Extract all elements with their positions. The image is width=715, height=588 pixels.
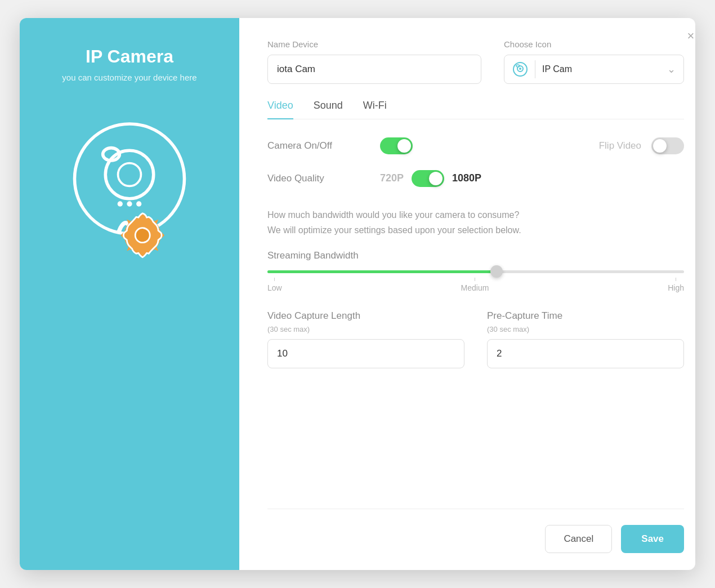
camera-on-off-label: Camera On/Off — [267, 140, 380, 152]
slider-label-low: Low — [267, 278, 282, 292]
video-quality-row: Video Quality 720P 1080P — [267, 170, 684, 187]
svg-point-5 — [127, 201, 132, 206]
bandwidth-label: Streaming Bandwidth — [267, 250, 684, 261]
pre-capture-sublabel: (30 sec max) — [487, 325, 684, 333]
tab-sound[interactable]: Sound — [314, 100, 343, 119]
bandwidth-slider-container: Low Medium High — [267, 270, 684, 292]
slider-fill — [267, 270, 497, 273]
name-device-group: Name Device — [267, 39, 481, 84]
icon-select-text: IP Cam — [542, 64, 660, 74]
chevron-down-icon: ⌄ — [667, 63, 676, 75]
camera-toggle-track — [380, 137, 413, 154]
sidebar-title: IP Camera — [86, 46, 173, 67]
sidebar-subtitle: you can customize your device here — [62, 73, 196, 82]
icon-select-divider — [535, 60, 535, 78]
slider-thumb[interactable] — [490, 265, 503, 278]
quality-toggle-thumb — [429, 172, 443, 185]
name-device-input[interactable] — [267, 55, 481, 84]
save-button[interactable]: Save — [621, 525, 684, 553]
pre-capture-group: Pre-Capture Time (30 sec max) — [487, 310, 684, 368]
flip-video-toggle[interactable] — [651, 137, 684, 154]
icon-select-dropdown[interactable]: IP Cam ⌄ — [504, 55, 684, 84]
inputs-row: Video Capture Length (30 sec max) Pre-Ca… — [267, 310, 684, 368]
bandwidth-description: How much bandwidth would you like your c… — [267, 207, 650, 238]
sidebar: IP Camera you can customize your device … — [20, 18, 239, 570]
pre-capture-input[interactable] — [487, 339, 684, 368]
tab-wifi[interactable]: Wi-Fi — [363, 100, 387, 119]
content-area: Camera On/Off Flip Video V — [267, 137, 684, 509]
slider-labels: Low Medium High — [267, 278, 684, 292]
video-quality-label: Video Quality — [267, 173, 380, 184]
top-row: Name Device Choose Icon IP Cam ⌄ — [267, 39, 684, 84]
svg-point-2 — [118, 163, 141, 186]
camera-toggle-row: Camera On/Off Flip Video — [267, 137, 684, 154]
capture-length-label: Video Capture Length — [267, 310, 464, 322]
cancel-button[interactable]: Cancel — [545, 525, 612, 553]
choose-icon-label: Choose Icon — [504, 39, 684, 49]
svg-point-20 — [519, 68, 521, 70]
name-device-label: Name Device — [267, 39, 481, 49]
camera-toggle-thumb — [397, 139, 411, 153]
slider-tick-high — [676, 278, 676, 281]
quality-toggle[interactable] — [412, 170, 444, 187]
svg-point-4 — [118, 201, 123, 206]
quality-toggle-track — [412, 170, 444, 187]
modal-container: IP Camera you can customize your device … — [20, 18, 695, 570]
choose-icon-group: Choose Icon IP Cam ⌄ — [504, 39, 684, 84]
slider-label-medium: Medium — [461, 278, 489, 292]
tab-video[interactable]: Video — [267, 100, 293, 119]
slider-tick-low — [274, 278, 275, 281]
svg-point-6 — [136, 201, 141, 206]
camera-icon — [512, 61, 528, 77]
svg-point-1 — [105, 150, 153, 198]
close-button[interactable]: × — [683, 28, 695, 44]
flip-video-row: Flip Video — [599, 137, 684, 154]
capture-length-sublabel: (30 sec max) — [267, 325, 464, 333]
flip-video-toggle-track — [651, 137, 684, 154]
svg-point-0 — [75, 124, 185, 234]
main-content: × Name Device Choose Icon IP Cam — [239, 18, 695, 570]
capture-length-input[interactable] — [267, 339, 464, 368]
quality-720p: 720P — [380, 172, 404, 184]
footer: Cancel Save — [267, 509, 684, 553]
slider-track — [267, 270, 684, 273]
flip-video-toggle-thumb — [653, 139, 667, 153]
camera-illustration — [56, 116, 203, 262]
slider-tick-medium — [475, 278, 475, 281]
capture-length-group: Video Capture Length (30 sec max) — [267, 310, 464, 368]
pre-capture-label: Pre-Capture Time — [487, 310, 684, 322]
svg-point-17 — [135, 228, 150, 243]
camera-toggle[interactable] — [380, 137, 413, 154]
quality-1080p: 1080P — [452, 172, 481, 184]
tabs-container: Video Sound Wi-Fi — [267, 100, 684, 119]
flip-video-label: Flip Video — [599, 140, 641, 152]
slider-label-high: High — [668, 278, 684, 292]
